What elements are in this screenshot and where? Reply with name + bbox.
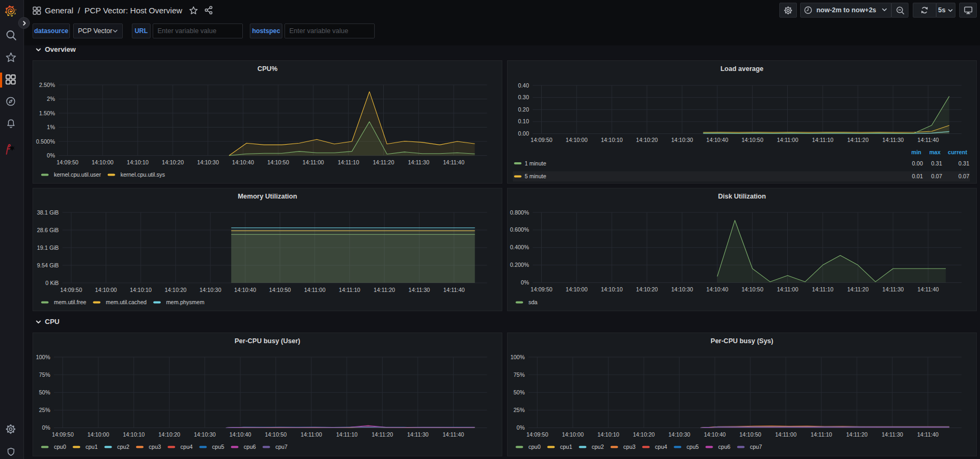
- svg-text:0.01: 0.01: [912, 173, 923, 179]
- svg-text:14:10:20: 14:10:20: [636, 286, 658, 292]
- svg-text:50%: 50%: [513, 389, 525, 395]
- svg-text:2%: 2%: [47, 96, 55, 102]
- svg-text:0%: 0%: [521, 279, 529, 286]
- svg-text:14:09:50: 14:09:50: [60, 287, 82, 293]
- svg-text:14:10:20: 14:10:20: [636, 137, 658, 143]
- svg-text:current: current: [948, 149, 968, 155]
- svg-text:14:11:30: 14:11:30: [408, 287, 430, 293]
- svg-text:0%: 0%: [42, 424, 50, 431]
- svg-text:14:11:40: 14:11:40: [918, 137, 939, 143]
- svg-text:0.07: 0.07: [931, 173, 943, 179]
- svg-text:14:10:40: 14:10:40: [234, 287, 256, 293]
- svg-text:cpu6: cpu6: [244, 444, 256, 450]
- svg-text:14:11:10: 14:11:10: [812, 137, 833, 143]
- svg-text:min: min: [911, 149, 921, 155]
- svg-text:14:10:20: 14:10:20: [162, 159, 184, 165]
- svg-text:14:11:20: 14:11:20: [373, 159, 394, 165]
- svg-text:14:09:50: 14:09:50: [531, 286, 552, 292]
- svg-text:0.10: 0.10: [518, 118, 529, 124]
- svg-text:14:11:00: 14:11:00: [303, 159, 324, 165]
- svg-text:14:10:40: 14:10:40: [706, 286, 728, 292]
- svg-text:Per-CPU busy (Sys): Per-CPU busy (Sys): [710, 337, 773, 345]
- svg-text:0.31: 0.31: [931, 160, 943, 167]
- svg-text:50%: 50%: [39, 389, 50, 395]
- svg-text:14:11:00: 14:11:00: [777, 286, 798, 292]
- svg-text:0.30: 0.30: [518, 94, 529, 100]
- svg-text:100%: 100%: [36, 354, 50, 360]
- svg-text:0.00: 0.00: [912, 160, 923, 167]
- svg-text:CPU%: CPU%: [257, 65, 278, 73]
- svg-text:14:09:50: 14:09:50: [52, 431, 74, 438]
- svg-text:Load average: Load average: [721, 65, 764, 73]
- svg-text:mem.physmem: mem.physmem: [166, 299, 204, 305]
- svg-text:cpu1: cpu1: [85, 444, 98, 450]
- svg-text:14:10:50: 14:10:50: [267, 159, 289, 165]
- svg-text:0.500%: 0.500%: [36, 138, 55, 145]
- svg-text:14:11:10: 14:11:10: [336, 431, 358, 438]
- svg-text:14:11:40: 14:11:40: [918, 286, 939, 292]
- svg-text:14:11:20: 14:11:20: [372, 431, 393, 438]
- svg-text:14:11:20: 14:11:20: [846, 431, 867, 438]
- svg-text:1%: 1%: [47, 124, 55, 130]
- svg-text:0%: 0%: [517, 424, 525, 431]
- svg-text:14:11:20: 14:11:20: [847, 137, 868, 143]
- svg-text:14:11:40: 14:11:40: [444, 287, 465, 293]
- svg-text:14:10:30: 14:10:30: [671, 286, 693, 292]
- svg-text:14:11:00: 14:11:00: [304, 287, 326, 293]
- svg-text:cpu6: cpu6: [718, 444, 731, 450]
- svg-text:14:10:20: 14:10:20: [159, 431, 180, 438]
- svg-text:14:10:30: 14:10:30: [671, 137, 693, 143]
- svg-text:100%: 100%: [510, 354, 525, 360]
- svg-text:14:09:50: 14:09:50: [531, 137, 552, 143]
- svg-text:0%: 0%: [47, 152, 55, 159]
- svg-text:cpu2: cpu2: [592, 444, 604, 450]
- svg-text:0.40: 0.40: [518, 82, 529, 89]
- svg-text:cpu0: cpu0: [54, 444, 66, 450]
- svg-text:14:10:10: 14:10:10: [597, 431, 619, 438]
- svg-text:14:11:10: 14:11:10: [339, 287, 360, 293]
- svg-text:9.54 GiB: 9.54 GiB: [37, 262, 59, 268]
- svg-text:14:10:40: 14:10:40: [230, 431, 251, 438]
- svg-text:cpu1: cpu1: [560, 444, 572, 450]
- svg-text:14:10:20: 14:10:20: [164, 287, 186, 293]
- svg-text:cpu2: cpu2: [117, 444, 130, 450]
- svg-text:14:11:30: 14:11:30: [882, 431, 903, 438]
- svg-text:cpu5: cpu5: [212, 444, 224, 450]
- svg-text:Per-CPU busy (User): Per-CPU busy (User): [235, 337, 301, 345]
- svg-text:14:11:10: 14:11:10: [811, 431, 832, 438]
- svg-text:14:10:50: 14:10:50: [269, 287, 291, 293]
- svg-text:14:11:10: 14:11:10: [338, 159, 359, 165]
- svg-text:28.6 GiB: 28.6 GiB: [37, 227, 59, 233]
- svg-text:14:10:00: 14:10:00: [88, 431, 109, 438]
- svg-text:14:11:30: 14:11:30: [408, 159, 429, 165]
- svg-text:14:11:00: 14:11:00: [301, 431, 322, 438]
- svg-text:14:10:00: 14:10:00: [566, 137, 588, 143]
- svg-text:25%: 25%: [513, 407, 525, 413]
- svg-text:Memory Utilization: Memory Utilization: [238, 193, 297, 200]
- svg-text:max: max: [929, 149, 941, 155]
- svg-text:0.200%: 0.200%: [510, 262, 529, 268]
- svg-text:14:11:30: 14:11:30: [882, 286, 904, 292]
- svg-text:14:11:20: 14:11:20: [374, 287, 395, 293]
- svg-text:cpu4: cpu4: [180, 444, 193, 450]
- svg-text:14:10:00: 14:10:00: [566, 286, 588, 292]
- svg-text:14:10:40: 14:10:40: [704, 431, 726, 438]
- svg-text:0.07: 0.07: [959, 173, 970, 179]
- svg-text:0.20: 0.20: [518, 106, 529, 113]
- svg-text:cpu7: cpu7: [750, 444, 762, 450]
- svg-text:sda: sda: [528, 299, 538, 305]
- svg-text:14:10:10: 14:10:10: [130, 287, 152, 293]
- svg-text:14:10:30: 14:10:30: [194, 431, 216, 438]
- svg-text:75%: 75%: [39, 371, 50, 378]
- svg-text:1 minute: 1 minute: [525, 160, 546, 167]
- svg-text:cpu4: cpu4: [655, 444, 667, 450]
- svg-text:0.31: 0.31: [959, 160, 970, 167]
- svg-text:5 minute: 5 minute: [525, 173, 546, 179]
- svg-text:14:10:20: 14:10:20: [633, 431, 655, 438]
- svg-text:14:10:10: 14:10:10: [127, 159, 149, 165]
- svg-text:14:11:40: 14:11:40: [442, 431, 464, 438]
- svg-text:cpu0: cpu0: [528, 444, 541, 450]
- svg-text:14:10:10: 14:10:10: [601, 286, 623, 292]
- svg-text:14:10:30: 14:10:30: [197, 159, 219, 165]
- svg-text:cpu5: cpu5: [686, 444, 699, 450]
